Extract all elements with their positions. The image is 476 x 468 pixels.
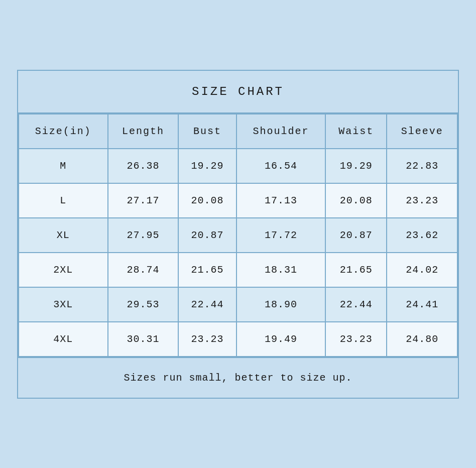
cell-bust: 21.65 <box>178 253 236 287</box>
cell-size: 2XL <box>19 253 108 287</box>
col-header-size: Size(in) <box>19 114 108 149</box>
cell-length: 28.74 <box>108 253 179 287</box>
cell-waist: 20.08 <box>325 183 387 218</box>
cell-waist: 20.87 <box>325 218 387 253</box>
cell-waist: 19.29 <box>325 149 387 183</box>
cell-sleeve: 23.62 <box>387 218 457 253</box>
cell-length: 29.53 <box>108 287 179 322</box>
chart-title: SIZE CHART <box>192 85 284 98</box>
cell-waist: 21.65 <box>325 253 387 287</box>
cell-waist: 22.44 <box>325 287 387 322</box>
cell-shoulder: 18.90 <box>236 287 326 322</box>
cell-waist: 23.23 <box>325 322 387 357</box>
cell-length: 30.31 <box>108 322 179 357</box>
cell-sleeve: 23.23 <box>387 183 457 218</box>
cell-length: 27.17 <box>108 183 179 218</box>
cell-shoulder: 19.49 <box>236 322 326 357</box>
cell-sleeve: 24.02 <box>387 253 457 287</box>
size-table: Size(in) Length Bust Shoulder Waist Slee… <box>18 113 458 357</box>
table-header-row: Size(in) Length Bust Shoulder Waist Slee… <box>19 114 457 149</box>
cell-length: 26.38 <box>108 149 179 183</box>
col-header-waist: Waist <box>325 114 387 149</box>
table-row: M26.3819.2916.5419.2922.83 <box>19 149 457 183</box>
footer-text: Sizes run small, better to size up. <box>124 372 352 384</box>
cell-size: XL <box>19 218 108 253</box>
cell-sleeve: 24.41 <box>387 287 457 322</box>
table-row: 2XL28.7421.6518.3121.6524.02 <box>19 253 457 287</box>
cell-size: 4XL <box>19 322 108 357</box>
col-header-sleeve: Sleeve <box>387 114 457 149</box>
col-header-bust: Bust <box>178 114 236 149</box>
cell-shoulder: 17.72 <box>236 218 326 253</box>
table-row: XL27.9520.8717.7220.8723.62 <box>19 218 457 253</box>
chart-footer: Sizes run small, better to size up. <box>18 357 458 398</box>
cell-bust: 22.44 <box>178 287 236 322</box>
table-row: L27.1720.0817.1320.0823.23 <box>19 183 457 218</box>
cell-size: L <box>19 183 108 218</box>
cell-bust: 20.08 <box>178 183 236 218</box>
cell-sleeve: 22.83 <box>387 149 457 183</box>
cell-shoulder: 18.31 <box>236 253 326 287</box>
cell-shoulder: 17.13 <box>236 183 326 218</box>
col-header-shoulder: Shoulder <box>236 114 326 149</box>
cell-bust: 19.29 <box>178 149 236 183</box>
col-header-length: Length <box>108 114 179 149</box>
cell-bust: 20.87 <box>178 218 236 253</box>
table-row: 3XL29.5322.4418.9022.4424.41 <box>19 287 457 322</box>
chart-title-row: SIZE CHART <box>18 71 458 113</box>
cell-size: 3XL <box>19 287 108 322</box>
cell-size: M <box>19 149 108 183</box>
table-row: 4XL30.3123.2319.4923.2324.80 <box>19 322 457 357</box>
size-chart-container: SIZE CHART Size(in) Length Bust Shoulder… <box>17 70 459 399</box>
cell-bust: 23.23 <box>178 322 236 357</box>
cell-shoulder: 16.54 <box>236 149 326 183</box>
cell-sleeve: 24.80 <box>387 322 457 357</box>
cell-length: 27.95 <box>108 218 179 253</box>
